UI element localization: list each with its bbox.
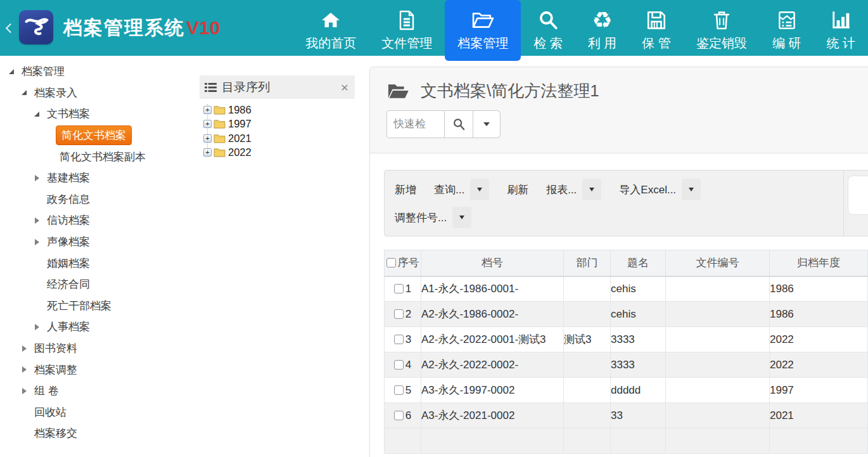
row-checkbox[interactable] <box>394 385 404 395</box>
back-button[interactable] <box>0 0 16 56</box>
toolbar-button-group: 查询... <box>434 179 489 200</box>
sidebar-tree-item[interactable]: 回收站 <box>0 402 200 423</box>
sidebar-tree-item[interactable]: 档案移交 <box>0 423 200 444</box>
nav-item[interactable]: 检 索 <box>521 0 575 56</box>
tree-expander-icon[interactable] <box>30 217 43 224</box>
archive-tree-sidebar: 档案管理 档案录入 文书档案 简化文书档案 简化文书档案副本 基建档案 政务信息 <box>0 56 200 457</box>
sidebar-tree-item[interactable]: 政务信息 <box>0 189 200 210</box>
sidebar-tree-item[interactable]: 图书资料 <box>0 338 200 359</box>
toolbar-row-2: 调整件号... <box>395 205 868 230</box>
tree-expander-icon[interactable] <box>18 388 30 394</box>
dropdown-caret-button[interactable] <box>470 179 489 200</box>
tree-expander-icon[interactable] <box>5 69 18 74</box>
table-row[interactable]: 1 A1-永久-1986-0001- cehis 1986 <box>385 276 868 302</box>
cell-year: 1997 <box>770 378 868 403</box>
catalog-year-node[interactable]: + 2022 <box>203 146 355 160</box>
toolbar-button[interactable]: 刷新 <box>507 183 528 197</box>
nav-item[interactable]: 保 管 <box>629 0 684 56</box>
expand-plus-icon[interactable]: + <box>203 106 212 114</box>
tree-expander-icon[interactable] <box>18 345 30 352</box>
list-icon <box>205 82 217 93</box>
quick-search-input[interactable] <box>386 110 445 138</box>
dropdown-caret-button[interactable] <box>452 207 471 228</box>
sidebar-tree-item[interactable]: 文书档案 <box>0 103 200 125</box>
toolbar-button[interactable]: 报表... <box>546 183 577 197</box>
dropdown-caret-button[interactable] <box>582 179 601 200</box>
dropdown-caret-button[interactable] <box>682 179 701 200</box>
chart-icon <box>829 8 852 32</box>
table-row[interactable]: 5 A3-永久-1997-0002 ddddd 1997 <box>385 378 868 403</box>
row-checkbox[interactable] <box>394 335 404 344</box>
toolbar-button-group: 刷新 <box>507 183 528 197</box>
toolbar-button-group: 导入Excel... <box>619 179 701 200</box>
sidebar-tree-item[interactable]: 信访档案 <box>0 210 200 231</box>
tree-expander-icon[interactable] <box>18 90 30 95</box>
column-title[interactable]: 题名 <box>611 250 666 276</box>
recycle-icon: ♻ <box>592 8 612 32</box>
nav-item[interactable]: 我的首页 <box>293 0 369 56</box>
search-options-dropdown-button[interactable] <box>473 110 501 138</box>
tree-expander-icon[interactable] <box>30 239 43 245</box>
sidebar-tree-item[interactable]: 组 卷 <box>0 380 200 402</box>
table-row[interactable]: 3 A2-永久-2022-0001-测试3 测试3 3333 2022 <box>385 327 868 352</box>
table-row[interactable]: 2 A2-永久-1986-0002- cehis 1986 <box>385 302 868 327</box>
column-seq[interactable]: 序号 <box>385 250 421 276</box>
tree-expander-icon[interactable] <box>30 324 43 330</box>
table-row[interactable]: 4 A2-永久-2022-0002- 3333 2022 <box>385 352 868 378</box>
expand-plus-icon[interactable]: + <box>203 120 212 128</box>
search-icon <box>452 117 466 131</box>
table-row[interactable]: 6 A3-永久-2021-0002 33 2021 <box>385 403 868 428</box>
search-button[interactable] <box>445 110 473 138</box>
toolbar-button[interactable]: 调整件号... <box>395 210 447 225</box>
sidebar-tree-item[interactable]: 婚姻档案 <box>0 252 200 274</box>
nav-item[interactable]: 编 研 <box>760 0 814 56</box>
row-checkbox[interactable] <box>394 309 404 319</box>
cell-department <box>564 276 611 302</box>
sidebar-tree-item[interactable]: 人事档案 <box>0 316 200 338</box>
tree-expander-icon[interactable] <box>30 175 43 181</box>
row-seq: 5 <box>405 384 411 396</box>
cell-archive-no: A3-永久-1997-0002 <box>421 378 564 403</box>
sidebar-tree-item[interactable]: 死亡干部档案 <box>0 295 200 317</box>
sidebar-tree-item[interactable]: 声像档案 <box>0 231 200 253</box>
expand-plus-icon[interactable]: + <box>203 134 212 143</box>
tree-expander-icon[interactable] <box>18 366 30 373</box>
catalog-year-node[interactable]: + 2021 <box>203 131 355 146</box>
sidebar-tree-item[interactable]: 经济合同 <box>0 274 200 295</box>
cell-year: 2022 <box>770 327 868 352</box>
nav-item[interactable]: 文件管理 <box>369 0 445 56</box>
select-all-checkbox[interactable] <box>386 258 396 267</box>
toolbar-button[interactable]: 查询... <box>434 183 464 197</box>
row-checkbox[interactable] <box>394 360 404 370</box>
toolbar-button[interactable]: 导入Excel... <box>619 183 676 197</box>
nav-item[interactable]: ♻ 利 用 <box>575 0 630 56</box>
nav-item[interactable]: 鉴定销毁 <box>684 0 760 56</box>
close-icon[interactable]: × <box>341 80 348 94</box>
column-doc-no[interactable]: 文件编号 <box>666 250 770 276</box>
nav-item[interactable]: 统 计 <box>814 0 868 56</box>
column-year[interactable]: 归档年度 <box>770 250 868 276</box>
row-checkbox[interactable] <box>394 411 404 420</box>
expand-plus-icon[interactable]: + <box>203 148 212 157</box>
toolbar-button-group: 报表... <box>546 179 601 200</box>
tree-item-label: 简化文书档案副本 <box>56 148 150 165</box>
column-department[interactable]: 部门 <box>564 250 611 276</box>
toolbar-button[interactable]: 新增 <box>395 183 416 197</box>
sidebar-tree-item[interactable]: 档案录入 <box>0 82 200 104</box>
nav-item[interactable]: 档案管理 <box>445 0 521 61</box>
cell-year: 1986 <box>770 302 868 327</box>
column-archive-no[interactable]: 档号 <box>421 250 564 276</box>
toolbar-side-input[interactable] <box>848 176 868 215</box>
sidebar-tree-item[interactable]: 档案管理 <box>0 61 200 82</box>
catalog-year-node[interactable]: + 1986 <box>203 103 355 117</box>
sidebar-tree-item[interactable]: 档案调整 <box>0 359 200 380</box>
folder-icon <box>214 105 226 115</box>
trash-icon <box>712 8 732 32</box>
tree-expander-icon[interactable] <box>30 112 43 117</box>
sidebar-tree-item[interactable]: 简化文书档案 <box>0 125 200 146</box>
catalog-year-node[interactable]: + 1997 <box>203 117 355 132</box>
row-checkbox[interactable] <box>394 284 404 293</box>
sidebar-tree-item[interactable]: 基建档案 <box>0 167 200 189</box>
catalog-year-tree: + 1986 + <box>200 99 355 160</box>
sidebar-tree-item[interactable]: 简化文书档案副本 <box>0 146 200 167</box>
